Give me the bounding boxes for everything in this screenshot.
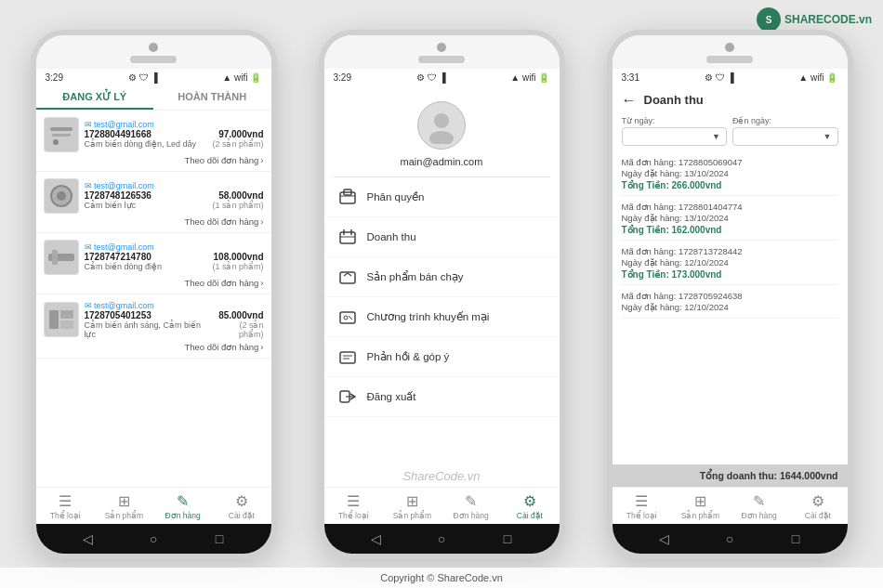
wifi-icon-2: wifi — [522, 72, 535, 83]
revenue-order-date-label-1: Ngày đặt hàng: 13/10/2024 — [622, 168, 838, 178]
from-date-select[interactable]: ▼ — [622, 127, 728, 146]
don-hang-icon-3: ✎ — [753, 492, 765, 510]
order-desc-4: Cảm biến ánh sáng, Cảm biến lực — [85, 320, 214, 339]
order-email-1: ✉ test@gmail.com — [85, 120, 264, 129]
nav-cai-dat-1[interactable]: ⚙ Cài đặt — [212, 488, 270, 524]
the-loai-icon-2: ☰ — [347, 492, 360, 510]
bottom-nav-2: ☰ Thể loại ⊞ Sản phẩm ✎ Đơn hàng ⚙ Cài đ… — [324, 487, 560, 524]
status-icons-right-2: ▲ wifi 🔋 — [510, 72, 549, 83]
nav-don-hang-1[interactable]: ✎ Đơn hàng — [153, 488, 212, 524]
signal-icon-2: ▲ — [510, 72, 520, 83]
the-loai-icon-3: ☰ — [635, 492, 648, 510]
menu-item-doanh-thu[interactable]: Doanh thu — [324, 217, 560, 257]
menu-item-phan-quyen[interactable]: Phân quyền — [324, 177, 560, 217]
status-icons-3: ⚙ 🛡 ▐ — [705, 72, 734, 83]
phone-settings: 3:29 ⚙ 🛡 ▐ ▲ wifi 🔋 — [319, 30, 565, 559]
track-label-1: Theo dõi đơn hàng — [184, 155, 258, 165]
nav-the-loai-2[interactable]: ☰ Thể loại — [324, 488, 383, 524]
grand-total-label: Tổng doanh thu: — [700, 470, 777, 481]
san-pham-ban-chay-icon — [337, 267, 358, 287]
tab-hoan-thanh[interactable]: HOÀN THÀNH — [153, 85, 271, 110]
order-products-1: (2 sản phẩm) — [212, 139, 263, 149]
order-products-4: (2 sản phẩm) — [213, 320, 263, 339]
settings-icon-2: ⚙ — [416, 72, 425, 83]
hw-back-3[interactable]: ◁ — [655, 530, 672, 547]
hw-home-3[interactable]: ○ — [721, 530, 738, 547]
status-icons-right-1: ▲ wifi 🔋 — [222, 72, 261, 83]
order-email-4: ✉ test@gmail.com — [85, 301, 264, 310]
profile-email: main@admin.com — [401, 156, 483, 167]
status-icons-1: ⚙ 🛡 ▐ — [128, 72, 158, 83]
nav-don-hang-3[interactable]: ✎ Đơn hàng — [730, 488, 788, 524]
menu-item-phan-hoi[interactable]: Phản hồi & góp ý — [324, 337, 560, 377]
tab-dang-xu-ly[interactable]: ĐANG XỬ LÝ — [36, 85, 154, 110]
hw-recents-1[interactable]: □ — [211, 530, 228, 547]
order-id-4: 1728705401253 — [85, 310, 152, 320]
logo-icon: S — [757, 7, 781, 32]
bottom-nav-3: ☰ Thể loại ⊞ Sản phẩm ✎ Đơn hàng ⚙ Cài đ… — [613, 487, 848, 524]
nav-cai-dat-2[interactable]: ⚙ Cài đặt — [500, 488, 559, 524]
the-loai-label-3: Thể loại — [626, 511, 657, 520]
nav-san-pham-1[interactable]: ⊞ Sản phẩm — [95, 488, 153, 524]
svg-rect-15 — [60, 320, 73, 329]
order-id-1: 1728804491668 — [85, 129, 152, 139]
battery-icon-right-2: 🔋 — [538, 72, 549, 83]
camera-dot — [149, 43, 158, 52]
menu-item-dang-xuat[interactable]: Đăng xuất — [324, 377, 560, 417]
svg-point-5 — [53, 139, 59, 145]
camera-dot-2 — [437, 43, 446, 52]
order-price-4: 85.000vnd — [218, 310, 263, 320]
svg-point-27 — [344, 316, 348, 320]
nav-the-loai-3[interactable]: ☰ Thể loại — [613, 488, 671, 524]
time-1: 3:29 — [46, 72, 63, 83]
hw-home-1[interactable]: ○ — [145, 530, 162, 547]
khuyen-mai-icon — [337, 307, 358, 327]
order-list: ✉ test@gmail.com 1728804491668 97.000vnd… — [36, 111, 271, 487]
back-button-revenue[interactable]: ← — [622, 92, 637, 109]
cai-dat-icon: ⚙ — [235, 492, 248, 510]
cai-dat-label-2: Cài đặt — [517, 511, 543, 520]
hw-home-2[interactable]: ○ — [433, 530, 450, 547]
track-label-4: Theo dõi đơn hàng — [184, 342, 258, 352]
hw-back-1[interactable]: ◁ — [79, 530, 96, 547]
grand-total-value: 1644.000vnd — [780, 470, 837, 481]
nav-cai-dat-3[interactable]: ⚙ Cài đặt — [788, 488, 847, 524]
to-date-select[interactable]: ▼ — [732, 127, 838, 146]
order-track-1[interactable]: Theo dõi đơn hàng › — [44, 152, 264, 167]
phan-quyen-label: Phân quyền — [367, 190, 425, 203]
shield-icon-2: 🛡 — [428, 72, 437, 83]
phone-hw-bar-3: ◁ ○ □ — [613, 524, 848, 554]
nav-the-loai-1[interactable]: ☰ Thể loại — [36, 488, 95, 524]
dang-xuat-icon — [337, 386, 358, 407]
hw-recents-2[interactable]: □ — [499, 530, 516, 547]
order-id-2: 1728748126536 — [85, 190, 152, 201]
menu-item-khuyen-mai[interactable]: Chương trình khuyến mại — [324, 297, 560, 337]
wifi-icon: wifi — [234, 72, 247, 83]
the-loai-icon: ☰ — [59, 492, 72, 510]
hw-back-2[interactable]: ◁ — [367, 530, 384, 547]
doanh-thu-icon — [337, 227, 358, 247]
order-info-3: ✉ test@gmail.com 1728747214780 108.000vn… — [85, 242, 264, 271]
nav-san-pham-3[interactable]: ⊞ Sản phẩm — [671, 488, 730, 524]
nav-san-pham-2[interactable]: ⊞ Sản phẩm — [383, 488, 442, 524]
san-pham-label: Sản phẩm — [105, 511, 143, 520]
revenue-title: Doanh thu — [644, 93, 704, 107]
nav-don-hang-2[interactable]: ✎ Đơn hàng — [442, 488, 500, 524]
order-track-2[interactable]: Theo dõi đơn hàng › — [44, 214, 264, 229]
order-price-3: 108.000vnd — [214, 252, 264, 262]
svg-line-28 — [349, 316, 352, 320]
phone2-screen: 3:29 ⚙ 🛡 ▐ ▲ wifi 🔋 — [324, 69, 560, 524]
menu-item-san-pham-ban-chay[interactable]: Sản phẩm bán chạy — [324, 257, 560, 297]
order-info-1: ✉ test@gmail.com 1728804491668 97.000vnd… — [85, 120, 264, 149]
hw-recents-3[interactable]: □ — [787, 530, 804, 547]
order-track-4[interactable]: Theo dõi đơn hàng › — [44, 339, 264, 354]
settings-icon-3: ⚙ — [705, 72, 713, 83]
order-info-2: ✉ test@gmail.com 1728748126536 58.000vnd… — [85, 181, 264, 210]
logo-area: S SHARECODE.vn — [757, 7, 872, 32]
order-track-3[interactable]: Theo dõi đơn hàng › — [44, 275, 264, 290]
revenue-total-3: Tổng Tiền: 173.000vnd — [622, 269, 838, 280]
svg-rect-4 — [52, 134, 71, 137]
to-date-label: Đến ngày: — [732, 116, 838, 125]
cai-dat-icon-2: ⚙ — [523, 492, 536, 510]
battery-icon: ▐ — [152, 72, 158, 83]
